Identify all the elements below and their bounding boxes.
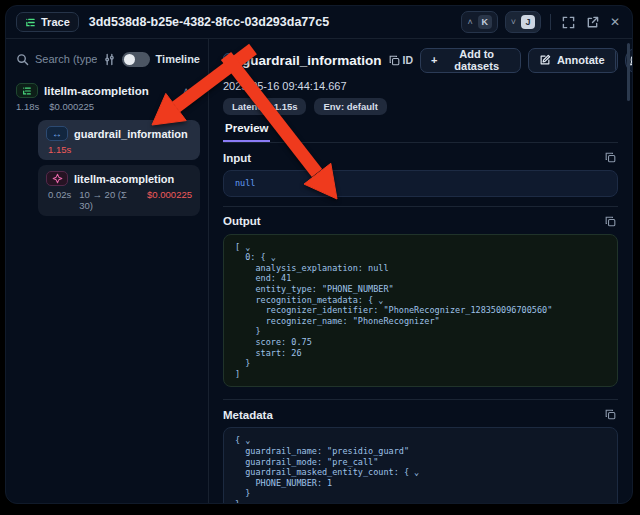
trace-id: 3dd538d8-b25e-4382-8fcc-03d293da77c5 <box>89 15 329 29</box>
annotate-dropdown-button[interactable]: ˅ <box>615 49 618 72</box>
trace-type-badge: Trace <box>16 12 79 32</box>
output-section-header: Output <box>223 214 618 229</box>
input-label: Input <box>223 152 251 164</box>
copy-metadata-button[interactable] <box>603 407 618 422</box>
tab-preview[interactable]: Preview <box>223 122 270 142</box>
header-actions: + Add to datasets Annotate ˅ <box>420 48 632 73</box>
trace-root-title: litellm-acompletion <box>44 85 149 97</box>
list-tree-icon <box>22 86 32 96</box>
metadata-section-header: Metadata <box>223 407 618 422</box>
copy-output-button[interactable] <box>603 214 618 229</box>
maximize-icon <box>562 16 575 29</box>
timeline-label: Timeline <box>156 53 200 65</box>
observation-latency: 0.02s <box>48 189 71 211</box>
chevron-down-icon: ˅ <box>511 18 516 27</box>
search-input[interactable] <box>35 53 97 65</box>
chevron-up-icon: ˄ <box>467 18 472 27</box>
observation-title: litellm-acompletion <box>74 173 174 185</box>
trace-peek-window: Trace 3dd538d8-b25e-4382-8fcc-03d293da77… <box>0 0 640 515</box>
search-icon <box>16 53 29 66</box>
add-to-datasets-button[interactable]: + Add to datasets <box>420 48 521 73</box>
observation-latency: 1.15s <box>48 144 71 155</box>
expand-all-icon[interactable]: ˄ <box>183 86 188 96</box>
trace-badge-label: Trace <box>41 16 70 28</box>
topbar-controls: ˄ K ˅ J ✕ <box>461 11 622 33</box>
tab-bar: Preview <box>223 122 618 143</box>
observation-item-litellm-acompletion[interactable]: litellm-acompletion 0.02s 10 → 20 (Σ 30)… <box>38 165 200 216</box>
trace-root-cost: $0.000225 <box>49 101 94 112</box>
span-type-icon: ↔ <box>223 53 235 68</box>
metadata-json: { ⌄ guardrail_name: "presidio_guard" gua… <box>223 427 618 503</box>
nav-down-button[interactable]: ˅ J <box>505 11 541 33</box>
annotate-split-button: Annotate ˅ <box>528 48 618 73</box>
filter-sliders-icon[interactable] <box>103 53 116 66</box>
trace-root-meta: 1.18s $0.000225 <box>16 101 200 112</box>
annotate-button[interactable]: Annotate <box>529 49 615 72</box>
copy-icon <box>605 409 616 420</box>
timeline-toggle[interactable] <box>122 52 150 67</box>
tree-actions: ˄ ˅ <box>183 86 200 96</box>
copy-icon <box>605 152 616 163</box>
output-label: Output <box>223 215 261 227</box>
body: Timeline litellm-acompletion ˄ ˅ <box>6 39 632 503</box>
badge-row: Latency: 1.15s Env: default <box>223 98 618 115</box>
copy-id-button[interactable]: ID <box>389 54 414 66</box>
output-json: [ ⌄ 0: { ⌄ analysis_explanation: null en… <box>223 234 618 388</box>
plus-icon: + <box>431 54 437 66</box>
shortcut-key-k: K <box>478 15 492 29</box>
observation-timestamp: 2025-05-16 09:44:14.667 <box>223 80 618 92</box>
topbar: Trace 3dd538d8-b25e-4382-8fcc-03d293da77… <box>6 6 632 39</box>
toggle-knob <box>124 54 135 65</box>
pen-square-icon <box>539 54 551 66</box>
close-icon: ✕ <box>610 15 620 29</box>
observation-tokens: 10 → 20 (Σ 30) <box>79 189 139 211</box>
collapse-all-icon[interactable]: ˅ <box>195 86 200 96</box>
search-row: Timeline <box>16 47 200 71</box>
copy-input-button[interactable] <box>603 150 618 165</box>
app-window: Trace 3dd538d8-b25e-4382-8fcc-03d293da77… <box>5 5 633 504</box>
external-link-icon <box>586 16 599 29</box>
generation-type-icon <box>46 171 68 186</box>
close-button[interactable]: ✕ <box>608 13 622 31</box>
metadata-label: Metadata <box>223 409 273 421</box>
observation-header: ↔ guardrail_information ID + Add to data… <box>223 47 618 73</box>
trace-tree-sidebar: Timeline litellm-acompletion ˄ ˅ <box>6 39 209 503</box>
observation-detail-panel: ↔ guardrail_information ID + Add to data… <box>209 39 632 503</box>
trace-root-badge <box>16 83 38 98</box>
trace-root-latency: 1.18s <box>16 101 39 112</box>
latency-badge: Latency: 1.15s <box>223 98 306 115</box>
maximize-button[interactable] <box>560 14 577 31</box>
span-type-icon: ↔ <box>46 126 68 141</box>
trace-root-item[interactable]: litellm-acompletion ˄ ˅ 1.18s $0.000225 <box>16 83 200 112</box>
observation-cost: $0.000225 <box>147 189 192 211</box>
id-label: ID <box>403 54 414 66</box>
observation-item-guardrail-information[interactable]: ↔ guardrail_information 1.15s <box>38 120 200 160</box>
section-divider <box>223 206 618 207</box>
nav-up-button[interactable]: ˄ K <box>461 11 497 33</box>
observation-title: guardrail_information <box>242 53 382 68</box>
list-tree-icon <box>25 17 36 28</box>
shortcut-key-j: J <box>521 15 535 29</box>
input-value: null <box>223 170 618 197</box>
observation-title: guardrail_information <box>74 128 188 140</box>
copy-icon <box>605 216 616 227</box>
section-divider <box>223 399 618 400</box>
copy-icon <box>389 55 400 66</box>
input-section-header: Input <box>223 150 618 165</box>
open-external-button[interactable] <box>584 14 601 31</box>
env-badge: Env: default <box>314 98 386 115</box>
observation-list: ↔ guardrail_information 1.15s <box>38 120 200 216</box>
divider <box>550 14 551 30</box>
scrollbar-thumb[interactable] <box>627 43 630 101</box>
